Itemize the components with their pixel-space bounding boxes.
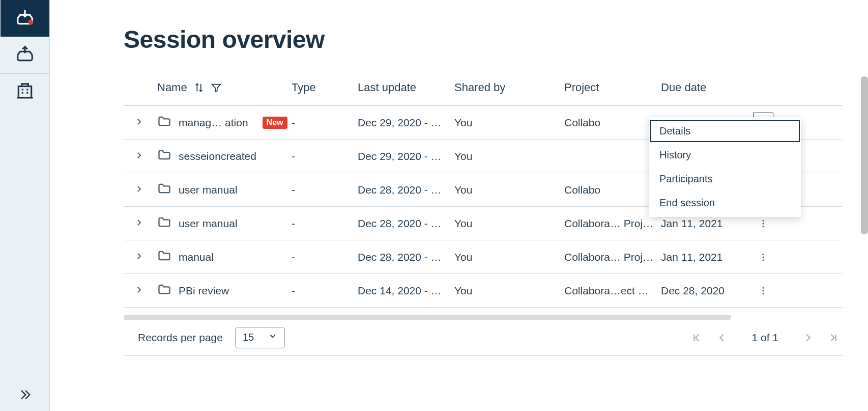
row-due-date: Dec 28, 2020 bbox=[661, 285, 725, 296]
row-name[interactable]: manag… ation bbox=[179, 117, 248, 129]
records-per-page-value: 15 bbox=[243, 332, 254, 343]
outbox-upload-icon bbox=[15, 44, 35, 66]
row-project: Collabora…ect … bbox=[564, 285, 649, 296]
folder-icon bbox=[157, 215, 171, 232]
folder-icon bbox=[157, 282, 171, 299]
svg-point-18 bbox=[763, 290, 764, 291]
svg-point-15 bbox=[763, 256, 764, 258]
pager-info: 1 of 1 bbox=[751, 332, 778, 344]
folder-icon bbox=[157, 181, 171, 198]
app-root: Session overview Name Type bbox=[0, 0, 868, 411]
building-icon bbox=[15, 81, 35, 103]
menu-item-history[interactable]: History bbox=[649, 143, 801, 167]
col-header-project[interactable]: Project bbox=[564, 81, 599, 94]
page-title: Session overview bbox=[124, 25, 843, 53]
svg-point-11 bbox=[763, 220, 764, 221]
table-header-row: Name Type Last update Shared by Project … bbox=[124, 69, 843, 106]
chevron-down-icon bbox=[268, 332, 277, 343]
chevron-right-icon[interactable] bbox=[134, 117, 143, 129]
vertical-scrollbar[interactable] bbox=[861, 76, 868, 234]
sort-icon[interactable] bbox=[193, 82, 205, 93]
row-last-update: Dec 14, 2020 - … bbox=[358, 285, 442, 296]
row-last-update: Dec 28, 2020 - … bbox=[358, 184, 442, 196]
horizontal-scrollbar[interactable] bbox=[124, 315, 731, 320]
pager-next-button[interactable] bbox=[801, 331, 815, 345]
col-header-shared-by[interactable]: Shared by bbox=[454, 81, 505, 94]
chevron-right-icon[interactable] bbox=[134, 285, 143, 297]
folder-icon bbox=[157, 114, 171, 131]
row-shared-by: You bbox=[454, 217, 472, 229]
row-type: - bbox=[292, 150, 295, 162]
row-name[interactable]: user manual bbox=[179, 217, 238, 230]
row-shared-by: You bbox=[454, 251, 472, 263]
row-name[interactable]: sesseioncreated bbox=[179, 150, 256, 162]
row-more-button[interactable] bbox=[755, 215, 772, 232]
chevron-right-icon[interactable] bbox=[134, 217, 143, 230]
row-project: Collabo bbox=[564, 184, 600, 196]
sidebar bbox=[0, 0, 50, 411]
filter-icon[interactable] bbox=[211, 82, 222, 93]
row-shared-by: You bbox=[454, 117, 472, 128]
chevron-right-icon[interactable] bbox=[134, 251, 143, 263]
col-header-type[interactable]: Type bbox=[292, 81, 316, 94]
row-project: Collabo bbox=[564, 117, 600, 128]
inbox-download-icon bbox=[15, 8, 35, 29]
pagination-bar: Records per page 15 bbox=[124, 320, 843, 355]
menu-item-end-session[interactable]: End session bbox=[649, 191, 801, 215]
svg-point-16 bbox=[763, 259, 764, 261]
col-header-due-date[interactable]: Due date bbox=[661, 81, 706, 94]
row-project: Collabora… Proj… bbox=[564, 251, 653, 263]
row-due-date: Jan 11, 2021 bbox=[661, 251, 722, 263]
row-project: Collabora… Proj… bbox=[564, 217, 653, 229]
row-type: - bbox=[292, 251, 295, 263]
row-last-update: Dec 28, 2020 - … bbox=[358, 251, 442, 263]
row-last-update: Dec 28, 2020 - … bbox=[358, 217, 442, 229]
table-row: manual - Dec 28, 2020 - … You Collabora…… bbox=[124, 240, 843, 274]
folder-icon bbox=[157, 148, 171, 165]
main-content: Session overview Name Type bbox=[50, 0, 868, 411]
svg-rect-1 bbox=[18, 87, 31, 98]
row-name[interactable]: PBi review bbox=[179, 285, 229, 297]
svg-point-0 bbox=[28, 20, 33, 25]
row-name[interactable]: manual bbox=[179, 251, 214, 263]
row-more-button[interactable] bbox=[755, 282, 772, 299]
svg-point-12 bbox=[763, 223, 764, 224]
svg-point-19 bbox=[763, 293, 764, 294]
row-shared-by: You bbox=[454, 184, 472, 196]
row-shared-by: You bbox=[454, 150, 472, 162]
row-actions-menu: Details History Participants End session bbox=[649, 117, 801, 217]
sidebar-item-organization[interactable] bbox=[1, 74, 49, 111]
sidebar-item-outbox[interactable] bbox=[1, 37, 49, 73]
row-type: - bbox=[292, 217, 295, 229]
chevrons-right-icon bbox=[18, 388, 32, 404]
records-per-page-label: Records per page bbox=[138, 332, 223, 344]
svg-point-14 bbox=[763, 253, 764, 255]
row-shared-by: You bbox=[454, 285, 472, 296]
new-badge: New bbox=[263, 117, 287, 129]
svg-point-17 bbox=[763, 287, 764, 288]
row-more-button[interactable] bbox=[755, 249, 772, 266]
row-last-update: Dec 29, 2020 - … bbox=[358, 150, 442, 162]
menu-item-participants[interactable]: Participants bbox=[649, 167, 801, 191]
table-row: PBi review - Dec 14, 2020 - … You Collab… bbox=[124, 274, 843, 308]
folder-icon bbox=[157, 249, 171, 265]
pager-last-button[interactable] bbox=[826, 331, 841, 345]
row-type: - bbox=[292, 184, 295, 196]
pager-nav: 1 of 1 bbox=[689, 331, 841, 345]
col-header-last-update[interactable]: Last update bbox=[358, 81, 416, 94]
col-header-name[interactable]: Name bbox=[157, 81, 187, 94]
pager-prev-button[interactable] bbox=[715, 331, 729, 345]
row-last-update: Dec 29, 2020 - … bbox=[358, 117, 442, 128]
row-name[interactable]: user manual bbox=[179, 184, 238, 196]
row-type: - bbox=[292, 285, 295, 296]
menu-item-details[interactable]: Details bbox=[649, 119, 801, 143]
chevron-right-icon[interactable] bbox=[134, 150, 143, 162]
chevron-right-icon[interactable] bbox=[134, 184, 143, 196]
row-due-date: Jan 11, 2021 bbox=[661, 217, 722, 229]
pager-first-button[interactable] bbox=[689, 331, 704, 345]
sidebar-expand-toggle[interactable] bbox=[1, 380, 49, 411]
sidebar-item-inbox[interactable] bbox=[1, 0, 49, 37]
records-per-page-select[interactable]: 15 bbox=[235, 327, 285, 348]
row-type: - bbox=[292, 117, 295, 128]
svg-point-13 bbox=[763, 226, 764, 227]
